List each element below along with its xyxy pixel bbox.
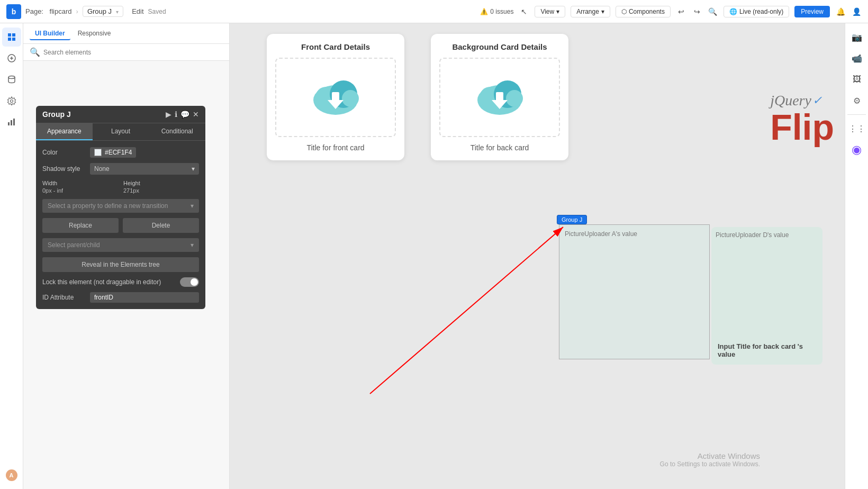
preview-button[interactable]: Preview <box>794 6 830 17</box>
back-card-title: Title for back card <box>439 143 560 152</box>
live-button[interactable]: 🌐 Live (read-only) <box>724 6 789 17</box>
search-input[interactable] <box>43 49 223 56</box>
components-button[interactable]: ⬡ Components <box>616 6 671 17</box>
view-button[interactable]: View ▾ <box>535 6 565 17</box>
id-value[interactable]: frontID <box>90 292 199 303</box>
svg-rect-3 <box>12 38 15 41</box>
svg-rect-15 <box>332 92 339 103</box>
right-divider <box>847 114 865 115</box>
lock-toggle[interactable] <box>180 277 199 287</box>
height-field: Height 271px <box>123 180 199 194</box>
dimensions-row: Width 0px - inf Height 271px <box>42 180 199 194</box>
svg-rect-21 <box>496 92 503 103</box>
right-icon-video[interactable]: 📹 <box>847 49 866 68</box>
sidebar-item-workflows[interactable] <box>2 49 21 68</box>
id-attribute-row: ID Attribute frontID <box>42 292 199 303</box>
group-panel-body: Color #ECF1F4 Shadow style None ▾ Width … <box>36 141 205 309</box>
group-j-box[interactable]: PictureUploader A's value <box>559 224 710 359</box>
group-panel-title: Group J <box>42 110 161 119</box>
close-icon[interactable]: ✕ <box>193 110 199 119</box>
comment-icon[interactable]: 💬 <box>180 110 189 119</box>
sidebar-item-data[interactable] <box>2 70 21 89</box>
color-row: Color #ECF1F4 <box>42 147 199 158</box>
redo-icon[interactable]: ↪ <box>692 6 702 17</box>
svg-point-5 <box>8 76 15 79</box>
sidebar-item-settings[interactable] <box>2 91 21 110</box>
issues-indicator[interactable]: ⚠️ 0 issues <box>480 8 513 15</box>
topbar: b Page: flipcard › Group J Edit Saved ⚠️… <box>0 0 868 23</box>
svg-line-23 <box>370 227 563 394</box>
info-icon[interactable]: ℹ <box>175 110 177 119</box>
parent-child-select[interactable]: Select parent/child ▾ <box>42 238 199 252</box>
search-icon[interactable]: 🔍 <box>708 6 718 17</box>
reveal-button[interactable]: Reveal in the Elements tree <box>42 257 199 272</box>
height-label: Height <box>123 180 199 186</box>
svg-rect-7 <box>8 122 10 125</box>
uploader-d-label: PictureUploader D's value <box>716 231 818 239</box>
tab-conditional[interactable]: Conditional <box>149 123 205 140</box>
front-card: Front Card Details Title for front card <box>267 34 404 160</box>
height-value[interactable]: 271px <box>123 187 199 194</box>
group-panel-header: Group J ▶ ℹ 💬 ✕ <box>36 106 205 123</box>
input-title-back: Input Title for back card 's value <box>718 342 816 358</box>
group-selector[interactable]: Group J <box>83 6 123 17</box>
sidebar-item-user[interactable]: A <box>2 466 21 485</box>
delete-button[interactable]: Delete <box>123 218 199 233</box>
right-icon-camera[interactable]: 📷 <box>847 28 866 47</box>
cube-icon: ⬡ <box>621 8 627 15</box>
tab-layout[interactable]: Layout <box>93 123 149 140</box>
parent-chevron: ▾ <box>191 241 194 249</box>
logo[interactable]: b <box>6 4 21 19</box>
group-panel: Group J ▶ ℹ 💬 ✕ Appearance Layout Condit… <box>36 106 205 309</box>
group-panel-tabs: Appearance Layout Conditional <box>36 123 205 141</box>
activate-windows: Activate Windows Go to Settings to activ… <box>660 451 760 468</box>
view-chevron: ▾ <box>556 8 559 15</box>
jquery-flip-branding: jQuery ✓ Flip <box>770 92 834 145</box>
right-icon-grid[interactable]: ⋮⋮ <box>847 119 866 138</box>
uploader-a-label: PictureUploader A's value <box>559 225 709 243</box>
transition-chevron: ▾ <box>191 202 194 210</box>
search-icon: 🔍 <box>30 47 40 57</box>
sidebar-item-analytics[interactable] <box>2 112 21 131</box>
toggle-thumb <box>191 278 198 286</box>
color-value[interactable]: #ECF1F4 <box>90 147 136 158</box>
canvas: Front Card Details Title for front card <box>230 23 845 489</box>
tab-appearance[interactable]: Appearance <box>36 123 93 140</box>
svg-rect-0 <box>8 33 11 37</box>
front-card-image <box>275 58 396 137</box>
tab-ui-builder[interactable]: UI Builder <box>30 28 70 40</box>
warning-icon: ⚠️ <box>480 8 488 15</box>
front-card-title: Title for front card <box>275 143 396 152</box>
shadow-chevron: ▾ <box>192 165 195 173</box>
right-icon-circle[interactable]: ◉ <box>847 140 866 159</box>
front-card-header: Front Card Details <box>275 42 396 51</box>
group-panel-icons: ▶ ℹ 💬 ✕ <box>166 110 199 119</box>
transition-select[interactable]: Select a property to define a new transi… <box>42 199 199 213</box>
notifications-icon[interactable]: 🔔 <box>835 6 846 17</box>
width-label: Width <box>42 180 118 186</box>
right-icon-image[interactable]: 🖼 <box>847 70 866 89</box>
svg-point-13 <box>342 90 359 107</box>
topbar-right: ⚠️ 0 issues ↖ View ▾ Arrange ▾ ⬡ Compone… <box>480 6 862 17</box>
back-card-image <box>439 58 560 137</box>
arrange-button[interactable]: Arrange ▾ <box>571 6 610 17</box>
sidebar-item-builder[interactable] <box>2 28 21 47</box>
right-icon-settings[interactable]: ⚙ <box>847 91 866 110</box>
svg-rect-8 <box>11 120 12 125</box>
shadow-row: Shadow style None ▾ <box>42 163 199 175</box>
play-icon[interactable]: ▶ <box>166 110 171 119</box>
id-label: ID Attribute <box>42 294 90 301</box>
group-j-badge[interactable]: Group J <box>557 215 587 224</box>
cursor-icon[interactable]: ↖ <box>519 6 529 17</box>
undo-icon[interactable]: ↩ <box>676 6 686 17</box>
replace-button[interactable]: Replace <box>42 218 119 233</box>
shadow-select[interactable]: None ▾ <box>90 163 199 175</box>
saved-label: Saved <box>148 8 166 15</box>
width-value[interactable]: 0px - inf <box>42 187 118 194</box>
svg-rect-9 <box>13 119 15 125</box>
color-label: Color <box>42 149 90 156</box>
back-card: Background Card Details Title for back c… <box>431 34 568 160</box>
shadow-label: Shadow style <box>42 165 90 173</box>
user-avatar[interactable]: 👤 <box>851 6 862 17</box>
tab-responsive[interactable]: Responsive <box>73 28 116 40</box>
